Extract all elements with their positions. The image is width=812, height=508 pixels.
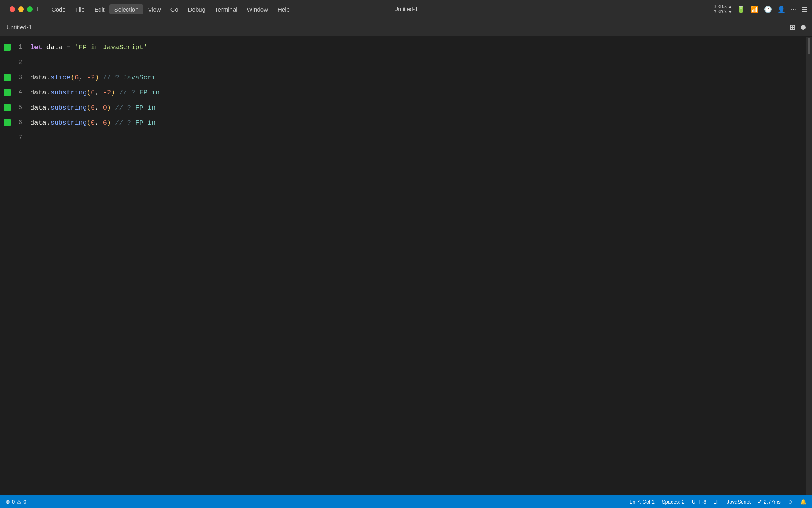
editor-main[interactable]: 1let data = 'FP in JavaScript'23data.sli… <box>0 37 806 495</box>
menubar:  Code File Edit Selection View Go Debug… <box>0 0 812 18</box>
gutter-dot <box>0 104 14 111</box>
menu-go[interactable]: Go <box>166 4 183 14</box>
status-left: ⊗ 0 ⚠ 0 <box>6 499 26 505</box>
line-number: 1 <box>14 44 30 51</box>
code-content[interactable]: data.slice(6, -2) // ? JavaScri <box>30 74 155 81</box>
minimize-button[interactable] <box>18 6 24 12</box>
clock-icon: 🕐 <box>764 6 772 13</box>
code-line: 4data.substring(6, -2) // ? FP in <box>0 85 806 100</box>
status-bar: ⊗ 0 ⚠ 0 Ln 7, Col 1 Spaces: 2 UTF-8 LF J… <box>0 495 812 508</box>
wifi-icon: 📶 <box>751 6 758 13</box>
code-content[interactable]: data.substring(6, -2) // ? FP in <box>30 89 160 96</box>
line-number: 5 <box>14 104 30 111</box>
status-right: Ln 7, Col 1 Spaces: 2 UTF-8 LF JavaScrip… <box>630 499 806 505</box>
code-content[interactable]: data.substring(6, 0) // ? FP in <box>30 104 155 112</box>
tab-title[interactable]: Untitled-1 <box>6 24 32 31</box>
scrollbar[interactable] <box>806 37 812 495</box>
menu-items: Code File Edit Selection View Go Debug T… <box>47 4 714 14</box>
code-line: 7 <box>0 130 806 145</box>
editor-container: 1let data = 'FP in JavaScript'23data.sli… <box>0 37 812 495</box>
menu-selection[interactable]: Selection <box>109 4 144 14</box>
line-number: 7 <box>14 134 30 141</box>
apple-menu[interactable]:  <box>37 6 40 13</box>
error-icon: ⊗ <box>6 499 10 505</box>
tab-bar: Untitled-1 ⊞ <box>0 18 812 37</box>
code-line: 1let data = 'FP in JavaScript' <box>0 40 806 55</box>
maximize-button[interactable] <box>27 6 33 12</box>
system-icons: 🔋 📶 🕐 👤 ··· ☰ <box>737 6 807 13</box>
encoding[interactable]: UTF-8 <box>692 499 707 505</box>
cursor-position[interactable]: Ln 7, Col 1 <box>630 499 655 505</box>
language-mode[interactable]: JavaScript <box>727 499 751 505</box>
gutter-dot <box>0 74 14 81</box>
scrollbar-thumb[interactable] <box>808 38 810 54</box>
menu-window[interactable]: Window <box>242 4 273 14</box>
bell-icon[interactable]: 🔔 <box>800 499 806 505</box>
gutter-dot <box>0 44 14 51</box>
unsaved-indicator <box>801 25 806 30</box>
run-indicator <box>4 89 11 96</box>
code-line: 6data.substring(0, 6) // ? FP in <box>0 115 806 130</box>
battery-icon: 🔋 <box>737 6 745 13</box>
tab-bar-right: ⊞ <box>789 23 806 32</box>
menu-right: 3 KB/s ▲ 3 KB/s ▼ 🔋 📶 🕐 👤 ··· ☰ <box>714 4 807 15</box>
code-line: 5data.substring(6, 0) // ? FP in <box>0 100 806 115</box>
menu-view[interactable]: View <box>143 4 165 14</box>
error-count: 0 <box>12 499 15 505</box>
list-icon: ☰ <box>802 6 807 13</box>
code-line: 3data.slice(6, -2) // ? JavaScri <box>0 70 806 85</box>
gutter-dot <box>0 119 14 126</box>
errors-indicator[interactable]: ⊗ 0 ⚠ 0 <box>6 499 26 505</box>
run-indicator <box>4 104 11 111</box>
warning-icon: ⚠ <box>17 499 21 505</box>
traffic-lights-area <box>5 6 37 12</box>
run-indicator <box>4 119 11 126</box>
line-number: 4 <box>14 89 30 96</box>
more-icon: ··· <box>791 6 796 13</box>
menu-debug[interactable]: Debug <box>183 4 210 14</box>
code-content[interactable]: data.substring(0, 6) // ? FP in <box>30 119 155 127</box>
run-indicator <box>4 44 11 51</box>
menu-terminal[interactable]: Terminal <box>210 4 242 14</box>
gutter-dot <box>0 89 14 96</box>
menu-file[interactable]: File <box>71 4 90 14</box>
menu-edit[interactable]: Edit <box>90 4 109 14</box>
timing[interactable]: ✔ 2.77ms <box>758 499 780 505</box>
line-ending[interactable]: LF <box>714 499 720 505</box>
line-number: 6 <box>14 119 30 126</box>
close-button[interactable] <box>10 6 15 12</box>
menu-code[interactable]: Code <box>47 4 71 14</box>
code-line: 2 <box>0 55 806 70</box>
warning-count: 0 <box>23 499 26 505</box>
split-editor-icon[interactable]: ⊞ <box>789 23 795 32</box>
user-icon: 👤 <box>778 6 785 13</box>
indentation[interactable]: Spaces: 2 <box>662 499 685 505</box>
line-number: 2 <box>14 59 30 66</box>
menu-help[interactable]: Help <box>273 4 295 14</box>
line-number: 3 <box>14 74 30 81</box>
code-content[interactable]: let data = 'FP in JavaScript' <box>30 44 147 51</box>
window-title: Untitled-1 <box>394 6 418 12</box>
run-indicator <box>4 74 11 81</box>
smiley-icon[interactable]: ☺ <box>788 499 793 505</box>
network-speed: 3 KB/s ▲ 3 KB/s ▼ <box>714 4 732 15</box>
